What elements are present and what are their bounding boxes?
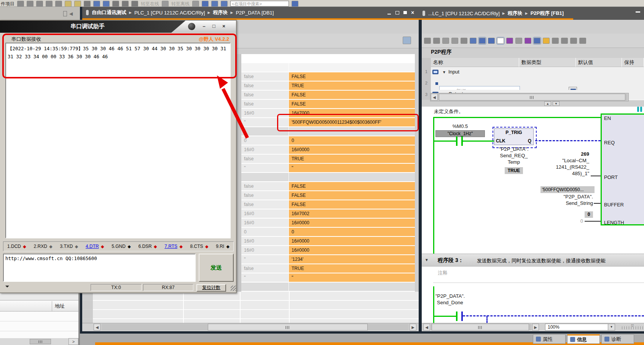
network3-header[interactable]: ▼ 程序段 3： 发送数据完成，同时复位发送数据使能，接通接收数据使能 <box>422 254 644 267</box>
buffer-operand[interactable]: "P2P_DATA". <box>536 194 593 200</box>
start-value-cell[interactable]: 0 <box>241 136 289 145</box>
open-branches-icon[interactable] <box>488 38 495 44</box>
redo-status-icon[interactable] <box>561 38 568 44</box>
table-row[interactable]: false TRUE <box>241 264 415 273</box>
panel-collapse-controls[interactable]: ◀ <box>63 10 80 18</box>
col-datatype[interactable]: 数据类型 <box>519 58 576 67</box>
window-split-icon[interactable] <box>211 1 218 7</box>
go-online-icon[interactable] <box>162 1 169 7</box>
send-data-input[interactable]: http://www.cmsoft.cn QQ:10865600 <box>3 254 196 282</box>
delete-icon[interactable] <box>55 1 62 7</box>
address-column-header[interactable]: 地址 <box>0 300 78 311</box>
dropdown-arrow-icon[interactable]: ▼ <box>608 324 615 330</box>
splitter-up-icon[interactable]: ▲ <box>544 101 551 106</box>
ladder-editor[interactable]: 未定义条件。 EN REQ PORT BUFFER LENGTH %M0.5 "… <box>422 107 644 323</box>
table-row[interactable] <box>241 127 415 136</box>
monitor-value-cell[interactable]: '1234' <box>289 255 415 264</box>
diagnostics-binocular-icon[interactable] <box>202 1 209 7</box>
p-trig-block[interactable]: P_TRIG CLK Q <box>494 128 534 145</box>
db-editor-titlebar[interactable]: 自由口通讯测试▶PLC_1 [CPU 1212C AC/DC/Rly]▶程序块▶… <box>82 7 419 20</box>
monitor-value-cell[interactable] <box>289 63 415 72</box>
monitor-value-cell[interactable]: 16#7002 <box>289 209 415 218</box>
redo-icon[interactable] <box>74 1 81 7</box>
table-row[interactable]: 16#0 16#7002 <box>241 209 415 218</box>
receive-data-area[interactable]: 【2022-10-29 14:35:59:779】35 30 30 46 46 … <box>5 43 231 238</box>
table-row[interactable]: false FALSE <box>241 72 415 81</box>
collapse-networks-icon[interactable] <box>479 38 486 44</box>
monitor-value-cell[interactable]: '' <box>289 164 415 172</box>
start-value-cell[interactable]: false <box>241 264 289 273</box>
start-value-cell[interactable]: false <box>241 155 289 163</box>
monitor-value-cell[interactable] <box>289 283 415 291</box>
monitor-value-cell[interactable]: 16#0000 <box>289 246 415 254</box>
minimize-icon[interactable] <box>636 11 640 13</box>
status-tab[interactable]: 属性 <box>533 334 566 344</box>
monitor-value-cell[interactable]: FALSE <box>289 182 415 190</box>
start-value-cell[interactable] <box>241 283 289 291</box>
download-icon[interactable] <box>93 1 100 7</box>
start-value-cell[interactable] <box>241 173 289 181</box>
start-value-cell[interactable]: '' <box>241 118 289 126</box>
network-comment-icon[interactable] <box>534 38 540 44</box>
favorites-star-icon[interactable] <box>543 38 550 44</box>
address-table-body[interactable] <box>0 311 78 338</box>
add-row-icon[interactable] <box>451 38 458 44</box>
table-row[interactable]: false FALSE <box>241 200 415 209</box>
expander-icon[interactable]: ▼ <box>442 70 446 74</box>
monitor-value-cell[interactable]: FALSE <box>289 191 415 200</box>
send-p2p-block[interactable]: EN REQ PORT BUFFER LENGTH <box>601 113 644 225</box>
start-value-cell[interactable]: '' <box>241 273 289 282</box>
table-row[interactable]: 0 0 <box>241 228 415 236</box>
go-online-label[interactable]: 转至在线 <box>141 1 159 7</box>
monitor-value-cell[interactable]: '' <box>289 273 415 282</box>
start-value-cell[interactable]: false <box>241 91 289 99</box>
go-offline-icon[interactable] <box>192 1 199 7</box>
restore-icon[interactable] <box>395 11 400 15</box>
done-operand[interactable]: Send_Done <box>437 300 484 305</box>
start-value-cell[interactable]: false <box>241 72 289 81</box>
delete-network-icon[interactable] <box>433 38 440 44</box>
breadcrumb-item[interactable]: P2P_DATA [DB1] <box>236 10 274 16</box>
table-row[interactable]: 16#0 16#0000 <box>241 237 415 245</box>
symbolic-operand-icon[interactable] <box>524 38 531 44</box>
table-row[interactable]: '' '1234' <box>241 255 415 264</box>
monitor-value-cell[interactable]: TRUE <box>289 264 415 273</box>
resize-grip[interactable] <box>231 286 236 291</box>
save-layout-icon[interactable] <box>570 38 577 44</box>
expand-caret-icon[interactable] <box>5 286 9 289</box>
save-project-icon[interactable] <box>17 1 24 7</box>
start-cpu-icon[interactable] <box>112 1 119 7</box>
table-row[interactable]: 16#0 16#0000 <box>241 145 415 154</box>
project-search-input[interactable]: <在项目中搜索> <box>230 1 289 6</box>
db-hscrollbar[interactable]: ◀ ▶ <box>82 323 419 331</box>
table-row[interactable]: 0 0 <box>241 136 415 145</box>
start-value-cell[interactable]: false <box>241 81 289 90</box>
trig-operand[interactable]: "P2P_DATA". <box>494 146 534 152</box>
start-value-cell[interactable]: 16#0 <box>241 219 289 227</box>
comment-icon[interactable] <box>497 38 504 44</box>
table-row[interactable] <box>241 63 415 72</box>
trig-operand[interactable]: Temp <box>494 159 534 165</box>
operand-ghost-icon[interactable] <box>515 38 522 44</box>
network3-title[interactable]: 发送数据完成，同时复位发送数据使能，接通接收数据使能 <box>477 257 606 264</box>
zoom-slider[interactable]: ▽ <box>622 326 644 329</box>
table-row[interactable]: 16#0 16#0000 <box>241 246 415 254</box>
splitter-down-icon[interactable]: ▼ <box>553 101 560 106</box>
left-panel-hscrollbar[interactable]: > <box>0 338 78 345</box>
start-value-cell[interactable]: 16#0 <box>241 237 289 245</box>
online-rt-icon[interactable] <box>131 1 138 7</box>
start-value-cell[interactable]: false <box>241 182 289 190</box>
undo-status-icon[interactable] <box>552 38 559 44</box>
breadcrumb-item[interactable]: PLC_1 [CPU 1212C AC/DC/Rly] <box>134 10 205 16</box>
breadcrumb-item[interactable]: 程序块 <box>213 9 228 16</box>
table-row[interactable]: false FALSE <box>241 100 415 108</box>
start-value-cell[interactable] <box>241 63 289 72</box>
absolute-operand-icon[interactable] <box>506 38 513 44</box>
col-retain[interactable]: 保持 <box>622 58 644 67</box>
monitor-value-cell[interactable] <box>289 173 415 181</box>
status-tab[interactable]: 诊断 <box>601 334 634 344</box>
maximize-icon[interactable]: □ <box>211 23 217 29</box>
fb-editor-titlebar[interactable]: ...LC_1 [CPU 1212C AC/DC/Rly]▶程序块▶P2P程序 … <box>419 7 644 20</box>
done-operand[interactable]: "P2P_DATA". <box>435 293 483 299</box>
var-row-input[interactable]: ▼Input <box>431 67 644 77</box>
